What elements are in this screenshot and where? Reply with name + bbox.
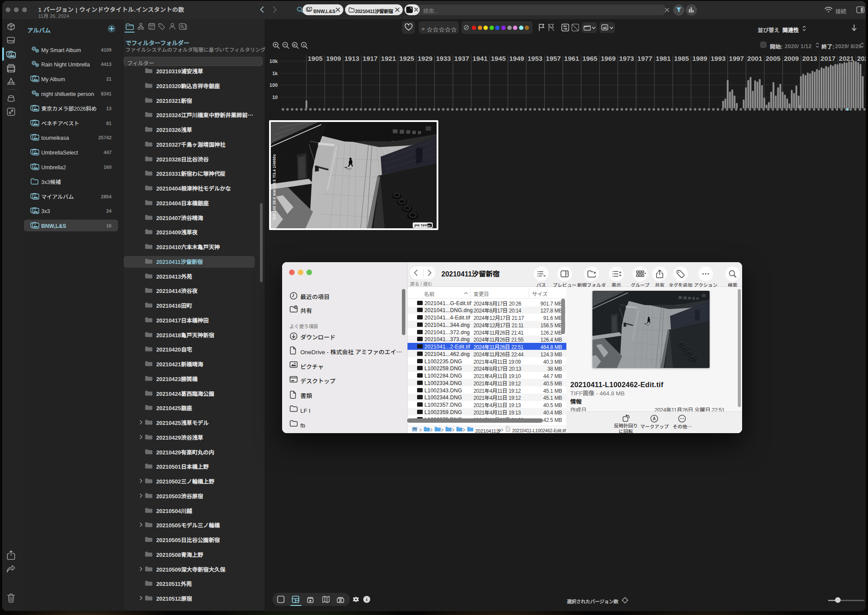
svg-text:1961: 1961 [564,53,579,62]
svg-text:1941: 1941 [473,53,488,62]
svg-text:1921: 1921 [381,53,396,62]
svg-text:1973: 1973 [619,53,634,62]
svg-text:1905: 1905 [308,53,323,62]
svg-text:1981: 1981 [656,53,671,62]
svg-text:2013: 2013 [802,53,817,62]
svg-text:1985: 1985 [674,53,689,62]
svg-text:1989: 1989 [692,53,707,62]
svg-text:1913: 1913 [344,53,359,62]
svg-text:2001: 2001 [747,53,763,62]
svg-text:2005: 2005 [766,53,781,62]
svg-text:1933: 1933 [436,53,451,62]
svg-text:1925: 1925 [399,53,414,62]
svg-text:1929: 1929 [418,53,433,62]
svg-text:1k: 1k [272,69,278,76]
svg-text:10k: 10k [270,57,278,64]
svg-text:ISO 100 28.0 mm 1/0.5 7/3.4 1/: ISO 100 28.0 mm 1/0.5 7/3.4 1/4000s [271,154,276,220]
svg-text:1909: 1909 [326,53,341,62]
svg-text:1977: 1977 [638,53,652,62]
svg-text:1969: 1969 [601,53,616,62]
svg-text:10: 10 [272,93,278,100]
svg-text:1957: 1957 [546,53,561,62]
svg-text:1945: 1945 [491,53,506,62]
svg-text:|PR TIFF: |PR TIFF [414,223,427,227]
svg-text:100: 100 [270,81,278,88]
svg-text:1917: 1917 [363,53,378,62]
svg-text:2017: 2017 [821,53,835,62]
svg-text:1949: 1949 [509,53,524,62]
svg-text:1953: 1953 [527,53,542,62]
svg-text:1993: 1993 [710,53,726,62]
svg-text:2025: 2025 [857,53,866,62]
svg-text:2021: 2021 [839,53,854,62]
svg-text:1997: 1997 [729,53,744,62]
svg-text:1965: 1965 [582,53,598,62]
svg-text:1937: 1937 [454,53,469,62]
svg-text:2009: 2009 [784,53,799,62]
